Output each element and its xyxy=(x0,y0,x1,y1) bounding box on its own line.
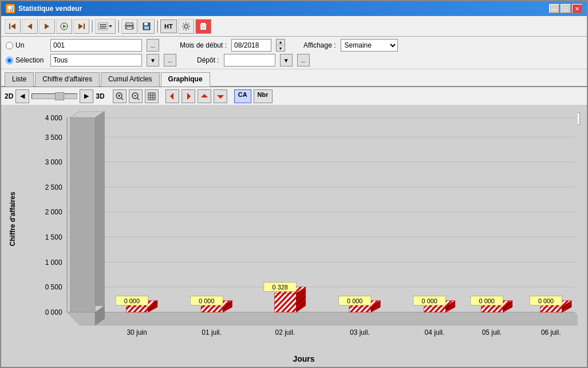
svg-text:03 juil.: 03 juil. xyxy=(350,328,370,336)
svg-rect-15 xyxy=(127,27,132,29)
depot-arrow-button[interactable]: ▼ xyxy=(280,54,293,66)
next-button[interactable] xyxy=(39,19,55,34)
separator-3 xyxy=(157,20,158,33)
svg-marker-63 xyxy=(67,312,578,326)
last-button[interactable] xyxy=(73,19,89,34)
close-button[interactable]: ✕ xyxy=(572,4,582,13)
svg-rect-33 xyxy=(148,93,155,100)
print-button[interactable] xyxy=(121,19,137,34)
un-radio[interactable] xyxy=(6,42,13,49)
svg-text:0 000: 0 000 xyxy=(538,297,554,304)
svg-text:0 000: 0 000 xyxy=(347,297,362,304)
affichage-label: Affichage : xyxy=(303,41,336,49)
depot-input[interactable] xyxy=(224,54,275,66)
svg-text:05 juil.: 05 juil. xyxy=(482,328,502,336)
zoom-in-button[interactable] xyxy=(113,89,127,103)
svg-text:06 juil.: 06 juil. xyxy=(541,328,561,336)
svg-text:04 juil.: 04 juil. xyxy=(425,328,445,336)
tab-liste[interactable]: Liste xyxy=(5,72,34,87)
app-icon: 📊 xyxy=(6,4,15,13)
svg-marker-1 xyxy=(11,24,15,29)
pan-left-button[interactable] xyxy=(165,89,179,103)
scroll-right-button[interactable]: ▶ xyxy=(80,89,93,103)
minimize-button[interactable]: — xyxy=(549,4,559,13)
delete-button[interactable] xyxy=(195,19,211,34)
selection-radio[interactable] xyxy=(6,57,13,64)
save-button[interactable] xyxy=(139,19,155,34)
first-button[interactable] xyxy=(5,19,21,34)
pan-down-button[interactable] xyxy=(214,89,227,103)
tab-cumul-articles[interactable]: Cumul Articles xyxy=(101,72,160,87)
menu-button[interactable] xyxy=(95,19,116,34)
svg-text:2 000: 2 000 xyxy=(45,208,62,216)
svg-rect-64 xyxy=(70,118,96,312)
pan-up-button[interactable] xyxy=(198,89,211,103)
tab-graphique[interactable]: Graphique xyxy=(161,72,210,87)
main-window: 📊 Statistique vendeur — □ ✕ xyxy=(0,0,588,368)
form-area: Un ... Mois de début : ▲ ▼ Affichage : S… xyxy=(1,37,587,69)
depot-label: Dépôt : xyxy=(197,56,219,64)
svg-text:0 328: 0 328 xyxy=(273,284,288,291)
main-toolbar: HT xyxy=(1,16,587,37)
x-axis-label-container: Jours xyxy=(30,354,578,363)
y-axis-label-container: Chiffre d'affaires xyxy=(6,105,19,332)
svg-rect-82 xyxy=(274,293,296,312)
zoom-out-button[interactable] xyxy=(129,89,143,103)
svg-text:01 juil.: 01 juil. xyxy=(202,328,222,336)
affichage-select[interactable]: Semaine Mois Année xyxy=(341,39,398,52)
ca-button[interactable]: CA xyxy=(234,89,251,103)
spinner-down[interactable]: ▼ xyxy=(277,45,285,51)
form-row-un: Un ... Mois de début : ▲ ▼ Affichage : S… xyxy=(6,39,582,52)
mois-debut-spinner[interactable]: ▲ ▼ xyxy=(276,39,285,52)
selection-arrow-button[interactable]: ▼ xyxy=(147,54,159,66)
nbr-button[interactable]: Nbr xyxy=(254,89,273,103)
label-2d: 2D xyxy=(5,92,13,100)
zoom-slider-thumb[interactable] xyxy=(55,92,64,100)
play-button[interactable] xyxy=(56,19,72,34)
separator-1 xyxy=(92,20,93,33)
selection-dots-button[interactable]: ... xyxy=(164,54,176,66)
svg-marker-66 xyxy=(95,111,104,306)
maximize-button[interactable]: □ xyxy=(561,4,571,13)
prev-button[interactable] xyxy=(22,19,38,34)
un-dots-button[interactable]: ... xyxy=(147,39,159,52)
un-radio-label: Un xyxy=(6,41,46,49)
un-input[interactable] xyxy=(50,39,142,52)
title-bar: 📊 Statistique vendeur — □ ✕ xyxy=(1,1,587,16)
tab-chiffre-affaires[interactable]: Chiffre d'affaires xyxy=(35,72,100,87)
svg-rect-20 xyxy=(201,23,206,24)
settings-button[interactable] xyxy=(178,19,194,34)
svg-rect-87 xyxy=(349,307,371,312)
svg-rect-18 xyxy=(144,26,149,29)
y-axis-label: Chiffre d'affaires xyxy=(9,192,17,246)
x-axis-label: Jours xyxy=(293,354,314,363)
zoom-slider[interactable] xyxy=(31,93,77,99)
scroll-left-button[interactable]: ◀ xyxy=(15,89,29,103)
svg-marker-39 xyxy=(187,93,191,100)
svg-marker-40 xyxy=(201,94,208,97)
tabs-area: Liste Chiffre d'affaires Cumul Articles … xyxy=(1,69,587,87)
selection-radio-label: Sélection xyxy=(6,56,46,64)
selection-input[interactable] xyxy=(50,54,142,66)
svg-rect-77 xyxy=(201,307,223,312)
chart-area: Total des tickets Chiffre d'affaires xyxy=(1,105,587,367)
svg-text:0 000: 0 000 xyxy=(124,297,140,304)
chart-toolbar: 2D ◀ ▶ 3D CA Nbr xyxy=(1,87,587,105)
ht-button[interactable]: HT xyxy=(160,19,177,33)
window-title: Statistique vendeur xyxy=(18,5,82,13)
svg-rect-0 xyxy=(9,24,10,29)
grid-button[interactable] xyxy=(145,89,159,103)
svg-marker-41 xyxy=(217,95,224,99)
pan-right-button[interactable] xyxy=(181,89,195,103)
spinner-up[interactable]: ▲ xyxy=(277,40,285,45)
form-row-selection: Sélection ▼ ... Dépôt : ▼ ... xyxy=(6,54,582,66)
svg-marker-7 xyxy=(78,24,83,29)
svg-text:0 000: 0 000 xyxy=(422,297,437,304)
mois-debut-input[interactable] xyxy=(231,39,271,52)
svg-line-29 xyxy=(121,98,123,100)
svg-text:3 500: 3 500 xyxy=(45,134,62,142)
svg-marker-2 xyxy=(27,24,32,29)
depot-dots-button[interactable]: ... xyxy=(297,54,310,66)
svg-text:30 juin: 30 juin xyxy=(127,328,147,336)
svg-rect-6 xyxy=(84,24,85,29)
